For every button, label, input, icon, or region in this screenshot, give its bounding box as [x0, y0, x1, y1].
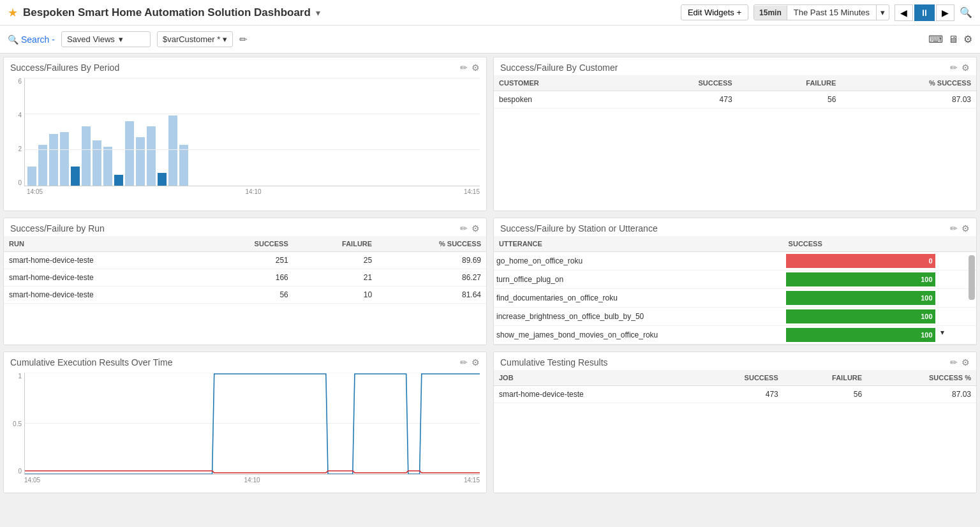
settings-icon-button[interactable]: ⚙ [963, 33, 972, 45]
table-row: smart-home-device-teste 251 25 89.69 [4, 252, 486, 269]
title-chevron-icon[interactable]: ▾ [316, 8, 320, 18]
time-period-text: The Past 15 Minutes [787, 5, 876, 20]
utterance-bar-cell-1: 0 [783, 252, 938, 271]
panel1-header: Success/Failures By Period ✏ ⚙ [4, 57, 486, 75]
yaxis-label-4: 4 [10, 112, 22, 119]
panel4-gear-icon[interactable]: ⚙ [961, 223, 970, 234]
panel1-title: Success/Failures By Period [10, 63, 119, 73]
job-col-header: JOB [494, 370, 692, 386]
utterance-bar-red-1: 0 [786, 254, 935, 268]
scrollbar-header [938, 236, 976, 252]
table-row: find_documentaries_on_office_roku 100 [494, 289, 976, 308]
utterance-col-header: UTTERANCE [494, 236, 783, 252]
run-pct-2: 86.27 [377, 269, 486, 286]
utterance-scrollbar[interactable] [969, 255, 975, 300]
xaxis-line-1405: 14:05 [24, 477, 40, 484]
bar-6 [82, 126, 91, 186]
panel2-table-area: CUSTOMER SUCCESS FAILURE % SUCCESS bespo… [494, 75, 976, 108]
edit-widgets-button[interactable]: Edit Widgets + [681, 4, 748, 20]
top-bar-right: Edit Widgets + 15min The Past 15 Minutes… [681, 4, 972, 21]
utterance-bar-cell-4: 100 [783, 308, 938, 326]
star-icon: ★ [8, 6, 18, 20]
bar-1 [27, 167, 36, 186]
xaxis-1410: 14:10 [245, 188, 261, 195]
yaxis-line-0: 0 [10, 468, 22, 475]
table-row: turn_office_plug_on 100 [494, 271, 976, 289]
utterance-bar-green-2: 100 [786, 272, 935, 286]
panel2-edit-icon[interactable]: ✏ [950, 63, 958, 73]
run-failure-2: 21 [293, 269, 377, 286]
top-search-icon[interactable]: 🔍 [960, 6, 972, 19]
nav-next-button[interactable]: ▶ [936, 4, 954, 21]
dashboard-main: Success/Failures By Period ✏ ⚙ 6 4 2 0 [0, 54, 980, 496]
panel2-gear-icon[interactable]: ⚙ [961, 63, 970, 73]
bar-3 [49, 134, 58, 186]
panel5-gear-icon[interactable]: ⚙ [471, 357, 480, 367]
line-chart-container: 1 0.5 0 14:05 [10, 373, 480, 487]
bar-4 [60, 132, 69, 186]
saved-views-label: Saved Views [67, 34, 115, 44]
panel5-title: Cumulative Execution Results Over Time [10, 357, 172, 367]
panel6-gear-icon[interactable]: ⚙ [961, 357, 970, 367]
panel3-edit-icon[interactable]: ✏ [460, 223, 468, 234]
red-line [25, 471, 480, 473]
time-period-selector[interactable]: 15min The Past 15 Minutes ▾ [754, 4, 889, 20]
run-success-1: 251 [202, 252, 293, 269]
run-name-1: smart-home-device-teste [4, 252, 202, 269]
panel1-edit-icon[interactable]: ✏ [460, 63, 468, 73]
utterance-bar-green-3: 100 [786, 291, 935, 305]
panel1-icons: ✏ ⚙ [460, 63, 480, 73]
run-failure-3: 10 [293, 286, 377, 304]
keyboard-icon-button[interactable]: ⌨ [928, 33, 943, 45]
panel3-gear-icon[interactable]: ⚙ [471, 223, 480, 234]
panel5-edit-icon[interactable]: ✏ [460, 357, 468, 367]
table-row: smart-home-device-teste 56 10 81.64 [4, 286, 486, 304]
run-success-2: 166 [202, 269, 293, 286]
line-chart-svg [24, 373, 480, 475]
yaxis-label-2: 2 [10, 145, 22, 152]
ct-pct-1: 87.03 [867, 386, 976, 403]
utterance-bar-cell-5: 100 [783, 326, 938, 345]
run-pct-col-header: % SUCCESS [377, 236, 486, 252]
panel4-edit-icon[interactable]: ✏ [950, 223, 958, 234]
saved-views-dropdown[interactable]: Saved Views ▾ [61, 31, 151, 47]
ct-success-1: 473 [692, 386, 783, 403]
panel2-title: Success/Failure By Customer [500, 63, 618, 73]
yaxis-label-0: 0 [10, 179, 22, 186]
nav-prev-button[interactable]: ◀ [895, 4, 913, 21]
panel3-header: Success/Failure by Run ✏ ⚙ [4, 218, 486, 236]
var-customer-dropdown[interactable]: $varCustomer * ▾ [157, 31, 233, 47]
nav-pause-button[interactable]: ⏸ [914, 4, 935, 21]
time-period-label: 15min [754, 6, 787, 20]
panel5-header: Cumulative Execution Results Over Time ✏… [4, 352, 486, 370]
panel-success-failure-by-customer: Success/Failure By Customer ✏ ⚙ CUSTOMER… [493, 57, 977, 211]
customer-failure: 56 [738, 91, 842, 108]
panel6-edit-icon[interactable]: ✏ [950, 357, 958, 367]
search-link-label: Search - [21, 34, 55, 45]
panel5-chart-area: 1 0.5 0 14:05 [4, 370, 486, 493]
run-success-3: 56 [202, 286, 293, 304]
run-success-col-header: SUCCESS [202, 236, 293, 252]
panel6-table-area: JOB SUCCESS FAILURE SUCCESS % smart-home… [494, 370, 976, 403]
pencil-icon[interactable]: ✏ [239, 34, 248, 45]
utterance-name-5: show_me_james_bond_movies_on_office_roku [494, 326, 783, 345]
bar-12 [147, 126, 156, 186]
bar-15 [179, 145, 188, 186]
second-bar-right: ⌨ 🖥 ⚙ [928, 33, 972, 45]
utterance-bar-cell-2: 100 [783, 271, 938, 289]
ct-failure-col-header: FAILURE [783, 370, 867, 386]
search-link[interactable]: 🔍 Search - [8, 34, 55, 45]
run-failure-1: 25 [293, 252, 377, 269]
utterance-name-1: go_home_on_office_roku [494, 252, 783, 271]
time-period-dropdown-icon[interactable]: ▾ [876, 5, 889, 20]
panel2-header: Success/Failure By Customer ✏ ⚙ [494, 57, 976, 75]
panel6-title: Cumulative Testing Results [500, 357, 608, 367]
panel1-gear-icon[interactable]: ⚙ [471, 63, 480, 73]
table-row: increase_brightness_on_office_bulb_by_50… [494, 308, 976, 326]
bar-13-dark [158, 173, 167, 186]
xaxis-1405: 14:05 [27, 188, 43, 195]
var-customer-label: $varCustomer * [163, 34, 220, 44]
top-bar: ★ Bespoken Smart Home Automation Solutio… [0, 0, 980, 26]
table-row: smart-home-device-teste 166 21 86.27 [4, 269, 486, 286]
monitor-icon-button[interactable]: 🖥 [948, 34, 958, 45]
